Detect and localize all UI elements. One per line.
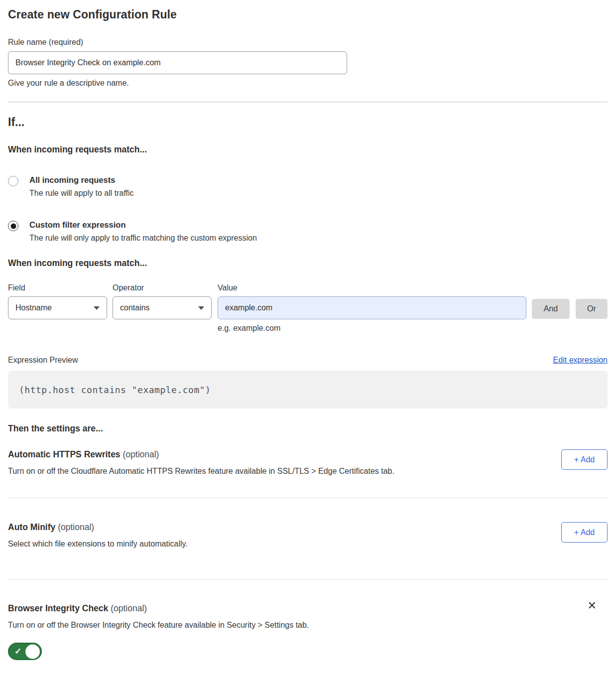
expression-builder-row: Field Hostname Operator contains Value e… (8, 283, 608, 333)
if-heading: If... (8, 116, 608, 129)
radio-option-all-incoming-requests[interactable]: All incoming requests The rule will appl… (8, 175, 608, 198)
setting-auto-minify: Auto Minify (optional) + Add Select whic… (8, 522, 608, 580)
radio-option-label: Custom filter expression (29, 220, 257, 230)
add-automatic-https-rewrites-button[interactable]: + Add (561, 449, 608, 470)
setting-browser-integrity-check: Browser Integrity Check (optional) ✕ Tur… (8, 603, 608, 660)
expression-preview-header: Expression Preview Edit expression (8, 356, 608, 365)
page-title: Create new Configuration Rule (8, 8, 608, 21)
operator-select-value: contains (120, 303, 150, 312)
setting-automatic-https-rewrites: Automatic HTTPS Rewrites (optional) + Ad… (8, 449, 608, 498)
setting-description: Select which file extensions to minify a… (8, 540, 506, 549)
setting-title: Auto Minify (optional) (8, 522, 608, 533)
create-configuration-rule-form: Create new Configuration Rule Rule name … (0, 0, 616, 670)
expression-preview-code: (http.host contains "example.com") (19, 385, 211, 395)
radio-option-custom-filter-expression[interactable]: Custom filter expression The rule will o… (8, 220, 608, 243)
browser-integrity-check-toggle[interactable]: ✓ (8, 643, 42, 660)
setting-divider (8, 498, 608, 498)
expression-preview-label: Expression Preview (8, 356, 78, 365)
edit-expression-link[interactable]: Edit expression (553, 356, 608, 365)
chevron-down-icon (198, 306, 204, 310)
radio-unselected-icon[interactable] (8, 176, 18, 186)
field-label: Field (8, 283, 107, 292)
setting-name: Automatic HTTPS Rewrites (8, 449, 121, 459)
setting-title: Browser Integrity Check (optional) (8, 603, 608, 614)
operator-select[interactable]: contains (113, 296, 212, 319)
radio-option-label: All incoming requests (29, 175, 134, 185)
setting-description: Turn on or off the Browser Integrity Che… (8, 621, 506, 630)
value-input[interactable] (218, 296, 526, 319)
field-select[interactable]: Hostname (8, 296, 107, 319)
setting-optional-tag: (optional) (123, 449, 159, 459)
setting-name: Browser Integrity Check (8, 603, 108, 613)
add-auto-minify-button[interactable]: + Add (561, 522, 608, 543)
rule-name-label: Rule name (required) (8, 38, 608, 47)
setting-name: Auto Minify (8, 522, 55, 532)
setting-description: Turn on or off the Cloudflare Automatic … (8, 467, 506, 476)
toggle-knob[interactable] (25, 644, 40, 659)
setting-optional-tag: (optional) (111, 603, 147, 613)
then-settings-heading: Then the settings are... (8, 423, 608, 434)
close-icon[interactable]: ✕ (588, 600, 597, 611)
setting-title: Automatic HTTPS Rewrites (optional) (8, 449, 608, 460)
radio-option-description: The rule will only apply to traffic matc… (29, 234, 257, 243)
value-label: Value (218, 283, 526, 292)
rule-name-helper: Give your rule a descriptive name. (8, 79, 608, 88)
chevron-down-icon (94, 306, 100, 310)
setting-divider (8, 579, 608, 580)
section-divider (8, 102, 608, 102)
rule-name-input[interactable] (8, 51, 347, 74)
checkmark-icon: ✓ (14, 647, 21, 656)
value-helper: e.g. example.com (218, 324, 526, 333)
match-heading: When incoming requests match... (8, 144, 608, 155)
or-button[interactable]: Or (576, 299, 608, 319)
field-select-value: Hostname (15, 303, 52, 312)
radio-selected-icon[interactable] (8, 221, 18, 231)
operator-label: Operator (113, 283, 212, 292)
radio-option-description: The rule will apply to all traffic (29, 189, 134, 198)
setting-optional-tag: (optional) (58, 522, 94, 532)
expression-preview-code-block: (http.host contains "example.com") (8, 371, 608, 409)
expression-builder-heading: When incoming requests match... (8, 258, 608, 269)
and-button[interactable]: And (532, 299, 570, 319)
